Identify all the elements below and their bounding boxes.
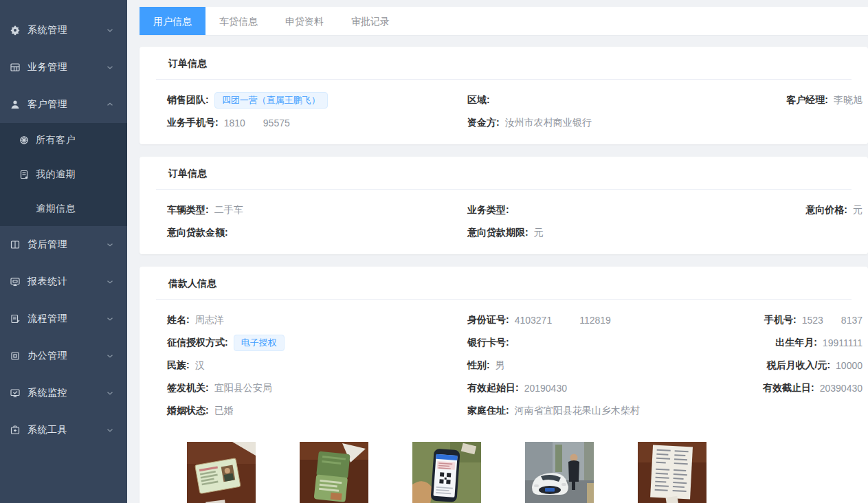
chevron-up-icon (105, 100, 115, 109)
drivers-license-thumbnail (300, 442, 368, 503)
field-label: 银行卡号: (467, 337, 509, 349)
wheel-icon (19, 135, 30, 146)
sidebar-item-label: 报表统计 (27, 276, 67, 288)
sidebar-item-label: 所有客户 (36, 134, 76, 146)
tab-car-loan-info[interactable]: 车贷信息 (205, 7, 271, 35)
user-icon (10, 99, 21, 110)
book-icon (10, 239, 21, 250)
sidebar-item-label: 贷后管理 (27, 238, 67, 251)
sidebar-item-overdue-info[interactable]: 逾期信息 (0, 192, 127, 226)
field-gender: 性别: 男 (467, 354, 759, 377)
sidebar-item-label: 办公管理 (27, 350, 67, 362)
field-ethnicity: 民族: 汉 (167, 354, 467, 377)
field-mobile: 手机号: 15238137 (759, 309, 868, 331)
order1-fields: 销售团队: 四团一营（直属王鹏飞） 区域: 客户经理: 李晓旭 业务手机号: 1… (140, 80, 868, 144)
sidebar-item-my-overdue[interactable]: 我的逾期 (0, 157, 127, 192)
sidebar-item-label: 客户管理 (27, 98, 67, 111)
field-business-phone: 业务手机号: 181095575 (167, 111, 467, 134)
field-label: 性别: (467, 359, 490, 372)
field-value: 15238137 (802, 315, 863, 326)
notebook-icon (19, 169, 30, 180)
field-empty (759, 221, 868, 244)
photo-other-doc[interactable]: 其他材料 (638, 442, 706, 503)
field-value: 汉 (195, 359, 205, 372)
sidebar-item-customer-mgmt[interactable]: 客户管理 (0, 86, 127, 123)
sidebar-item-system-monitor[interactable]: 系统监控 (0, 375, 127, 412)
sidebar-item-report-stats[interactable]: 报表统计 (0, 263, 127, 300)
field-label: 家庭住址: (467, 405, 509, 417)
tab-approval-records[interactable]: 审批记录 (337, 7, 403, 35)
order-info-card-2: 订单信息 车辆类型: 二手车 业务类型: 意向价格: 元 意向贷款金额: 意向贷… (140, 157, 868, 254)
field-business-type: 业务类型: (467, 199, 759, 221)
credit-auth-tag[interactable]: 电子授权 (234, 335, 285, 351)
field-empty (759, 111, 868, 134)
redaction-blur (245, 118, 263, 126)
photo-person-car[interactable]: 人车合影 (525, 442, 594, 503)
sidebar-item-label: 系统监控 (27, 387, 67, 399)
field-label: 意向贷款金额: (167, 227, 228, 239)
field-value: 李晓旭 (834, 94, 863, 107)
main-content: 用户信息 车贷信息 申贷资料 审批记录 订单信息 销售团队: 四团一营（直属王鹏… (127, 0, 868, 503)
field-intent-loan-amount: 意向贷款金额: (167, 221, 467, 244)
sidebar-item-label: 我的逾期 (36, 168, 76, 181)
photo-drivers-license[interactable]: 驾驶证图片 (300, 442, 368, 503)
field-region: 区域: (467, 89, 759, 111)
tab-loan-application-docs[interactable]: 申贷资料 (271, 7, 337, 35)
sidebar-item-all-customers[interactable]: 所有客户 (0, 123, 127, 157)
field-label: 税后月收入/元: (767, 359, 831, 372)
sidebar-item-label: 系统工具 (27, 424, 67, 436)
field-monthly-income: 税后月收入/元: 10000 (759, 354, 868, 377)
chevron-down-icon (105, 388, 115, 398)
field-issuing-authority: 签发机关: 宜阳县公安局 (167, 377, 467, 399)
sidebar: 系统管理 业务管理 客户管理 所有客户 我的逾期 逾期信息 (0, 0, 127, 503)
sidebar-item-business-mgmt[interactable]: 业务管理 (0, 49, 127, 86)
sidebar-item-office-mgmt[interactable]: 办公管理 (0, 337, 127, 375)
field-label: 客户经理: (786, 94, 828, 107)
photo-id-card[interactable]: 身份证图 (187, 442, 256, 503)
chevron-down-icon (105, 240, 115, 249)
monitor-icon (10, 276, 21, 287)
order2-fields: 车辆类型: 二手车 业务类型: 意向价格: 元 意向贷款金额: 意向贷款期限: … (140, 190, 868, 254)
chevron-down-icon (105, 63, 115, 72)
field-value: 宜阳县公安局 (214, 382, 272, 394)
sidebar-item-system-mgmt[interactable]: 系统管理 (0, 12, 127, 49)
sidebar-item-label: 流程管理 (27, 313, 67, 325)
field-label: 征信授权方式: (167, 337, 228, 349)
field-label: 出生年月: (775, 337, 817, 349)
field-value: 181095575 (224, 118, 290, 128)
field-value: 20390430 (820, 383, 863, 394)
sidebar-item-label: 逾期信息 (36, 203, 76, 215)
field-label: 业务类型: (467, 204, 509, 216)
borrower-photos: 身份证图 (140, 432, 868, 503)
field-valid-from: 有效起始日: 20190430 (467, 377, 759, 399)
field-value: 元 (853, 204, 863, 216)
sidebar-item-process-mgmt[interactable]: 流程管理 (0, 300, 127, 337)
card-title: 借款人信息 (156, 267, 852, 300)
field-value: 19911111 (823, 337, 863, 348)
sidebar-item-system-tools[interactable]: 系统工具 (0, 412, 127, 449)
field-label: 姓名: (167, 314, 190, 326)
field-value: 4103271112819 (515, 315, 611, 326)
photo-auth-qr[interactable]: 授权图片 (412, 442, 481, 503)
person-car-thumbnail (525, 442, 594, 503)
squares-icon (10, 350, 21, 361)
chevron-down-icon (105, 425, 115, 435)
field-label: 车辆类型: (167, 204, 209, 216)
borrower-fields: 姓名: 周志洋 身份证号: 4103271112819 手机号: 1523813… (140, 300, 868, 432)
grid-icon (10, 62, 21, 73)
field-value: 元 (534, 227, 544, 239)
field-label: 有效起始日: (467, 382, 519, 394)
sidebar-submenu-customer-mgmt: 所有客户 我的逾期 逾期信息 (0, 123, 127, 226)
field-credit-auth: 征信授权方式: 电子授权 (167, 331, 467, 354)
field-bank-card: 银行卡号: (467, 331, 759, 354)
sales-team-tag[interactable]: 四团一营（直属王鹏飞） (214, 92, 328, 109)
tab-user-info[interactable]: 用户信息 (140, 7, 205, 35)
sidebar-item-postloan-mgmt[interactable]: 贷后管理 (0, 226, 127, 263)
field-label: 资金方: (467, 117, 500, 129)
redaction-blur (552, 315, 579, 324)
card-title: 订单信息 (156, 47, 852, 80)
field-home-address: 家庭住址: 河南省宜阳县花果山乡木柴村 (467, 399, 759, 422)
field-valid-to: 有效截止日: 20390430 (759, 377, 868, 399)
field-intent-price: 意向价格: 元 (759, 199, 868, 221)
order-info-card-1: 订单信息 销售团队: 四团一营（直属王鹏飞） 区域: 客户经理: 李晓旭 业务手… (140, 47, 868, 144)
